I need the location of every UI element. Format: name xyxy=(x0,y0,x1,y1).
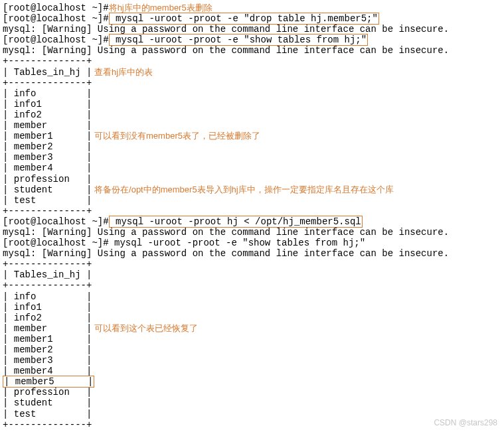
annotation-delete-table: 将hj库中的member5表删除 xyxy=(109,3,212,13)
table-row-member5: | member5 | xyxy=(3,376,504,387)
mysql-warning: mysql: [Warning] Using a password on the… xyxy=(3,24,504,35)
annotation-restored: 可以看到这个表已经恢复了 xyxy=(92,323,198,333)
table-header: | Tables_in_hj | xyxy=(3,269,504,280)
table-row: | member2 | xyxy=(3,344,504,355)
table-sep: +--------------+ xyxy=(3,419,504,430)
table-row: | info1 | xyxy=(3,302,504,313)
cmd-line-show: [root@localhost ~]# mysql -uroot -proot … xyxy=(3,35,504,45)
table-sep: +--------------+ xyxy=(3,56,504,66)
table-row: | student | xyxy=(3,398,504,408)
table-row: | test | xyxy=(3,195,504,206)
highlight-import-cmd: mysql -uroot -proot hj < /opt/hj_member5… xyxy=(109,216,363,228)
table-sep: +--------------+ xyxy=(3,206,504,216)
table-row: | member3 | xyxy=(3,355,504,366)
highlight-show-cmd: mysql -uroot -proot -e "show tables from… xyxy=(109,34,368,46)
table-row: | member3 | xyxy=(3,152,504,163)
annotation-view-tables: 查看hj库中的表 xyxy=(92,67,153,77)
table-header: | Tables_in_hj | 查看hj库中的表 xyxy=(3,67,504,78)
table-row: | member1 | xyxy=(3,334,504,344)
table-row: | info | xyxy=(3,88,504,99)
watermark: CSDN @stars298 xyxy=(434,419,497,428)
table-row: | student | 将备份在/opt中的member5表导入到hj库中，操作… xyxy=(3,184,504,195)
table-row: | member4 | xyxy=(3,366,504,376)
table-row: | member | 可以看到这个表已经恢复了 xyxy=(3,323,504,334)
cmd-line-show2: [root@localhost ~]# mysql -uroot -proot … xyxy=(3,238,504,248)
highlight-drop-cmd: mysql -uroot -proot -e "drop table hj.me… xyxy=(109,13,379,25)
annotation-import: 将备份在/opt中的member5表导入到hj库中，操作一定要指定库名且存在这个… xyxy=(92,184,393,194)
table-row: | member | xyxy=(3,120,504,131)
table-sep: +--------------+ xyxy=(3,280,504,291)
table-row: | info | xyxy=(3,291,504,302)
table-row: | info2 | xyxy=(3,313,504,323)
mysql-warning: mysql: [Warning] Using a password on the… xyxy=(3,227,504,238)
annotation-deleted: 可以看到没有member5表了，已经被删除了 xyxy=(92,131,260,141)
table-row: | member1 | 可以看到没有member5表了，已经被删除了 xyxy=(3,131,504,141)
table-row: | member4 | xyxy=(3,163,504,173)
table-row: | test | xyxy=(3,409,504,419)
highlight-member5-row: | member5 | xyxy=(3,376,94,388)
table-row: | profession | xyxy=(3,174,504,184)
mysql-warning: mysql: [Warning] Using a password on the… xyxy=(3,45,504,56)
cmd-line-drop: [root@localhost ~]# mysql -uroot -proot … xyxy=(3,13,504,24)
table-row: | info1 | xyxy=(3,99,504,109)
table-row: | member2 | xyxy=(3,141,504,152)
table-sep: +--------------+ xyxy=(3,259,504,269)
table-row: | profession | xyxy=(3,387,504,398)
table-sep: +--------------+ xyxy=(3,78,504,88)
prompt-line: [root@localhost ~]#将hj库中的member5表删除 xyxy=(3,3,504,13)
mysql-warning: mysql: [Warning] Using a password on the… xyxy=(3,248,504,259)
table-row: | info2 | xyxy=(3,109,504,120)
cmd-line-import: [root@localhost ~]# mysql -uroot -proot … xyxy=(3,216,504,227)
